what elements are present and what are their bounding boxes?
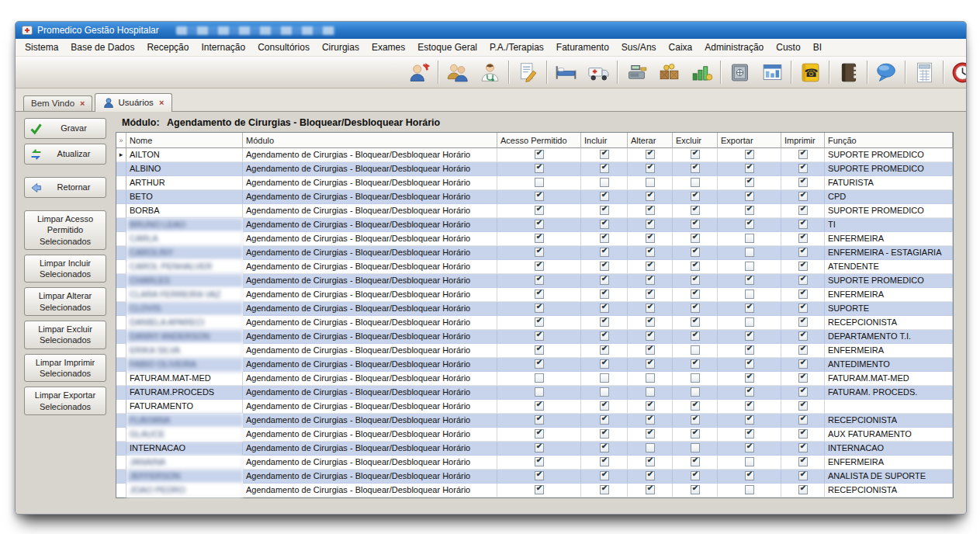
checkbox-incluir[interactable]	[600, 345, 609, 355]
table-row-flaviana[interactable]: FLAVIANAAgendamento de Cirurgias - Bloqu…	[116, 414, 953, 428]
checkbox-exportar[interactable]	[745, 276, 754, 285]
checkbox-acesso-permitido[interactable]	[535, 415, 544, 425]
atualizar-button[interactable]: Atualizar	[24, 144, 106, 165]
checkbox-incluir[interactable]	[600, 290, 609, 299]
checkbox-excluir[interactable]	[691, 429, 700, 439]
cell-nome[interactable]: CLOVIS	[126, 302, 243, 316]
checkbox-alterar[interactable]	[646, 317, 655, 327]
cell-nome[interactable]: FABIO OLIVEIRA	[126, 358, 243, 372]
row-selector[interactable]	[116, 176, 126, 190]
cell-modulo[interactable]: Agendamento de Cirurgias - Bloquear/Desb…	[243, 274, 497, 288]
checkbox-alterar[interactable]	[646, 359, 655, 369]
checkbox-imprimir[interactable]	[798, 262, 808, 271]
patient-register-button[interactable]	[403, 59, 435, 85]
gravar-button[interactable]: Gravar	[24, 118, 106, 139]
tab-close-icon[interactable]: ×	[159, 98, 164, 107]
row-selector[interactable]: ▸	[116, 148, 126, 162]
checkbox-incluir[interactable]	[600, 192, 609, 201]
row-selector[interactable]	[116, 274, 126, 288]
checkbox-alterar[interactable]	[646, 206, 655, 215]
row-selector[interactable]	[116, 316, 126, 330]
checkbox-acesso-permitido[interactable]	[535, 220, 544, 229]
cell-modulo[interactable]: Agendamento de Cirurgias - Bloquear/Desb…	[243, 148, 497, 162]
table-row-faturam-mat-med[interactable]: FATURAM.MAT-MEDAgendamento de Cirurgias …	[116, 372, 953, 386]
checkbox-incluir[interactable]	[600, 220, 609, 229]
checkbox-imprimir[interactable]	[798, 234, 808, 243]
checkbox-incluir[interactable]	[600, 262, 609, 271]
checkbox-exportar[interactable]	[745, 429, 754, 439]
column-header-imprimir[interactable]: Imprimir	[781, 133, 825, 148]
cell-modulo[interactable]: Agendamento de Cirurgias - Bloquear/Desb…	[243, 162, 497, 176]
checkbox-acesso-permitido[interactable]	[535, 485, 544, 494]
cell-funcao[interactable]: SUPORTE	[825, 302, 953, 316]
cell-funcao[interactable]: TI	[825, 218, 953, 232]
cell-funcao[interactable]: FATURAM.MAT-MED	[825, 372, 953, 386]
cell-nome[interactable]: BETO	[126, 190, 243, 204]
checkbox-acesso-permitido[interactable]	[535, 331, 544, 341]
cell-modulo[interactable]: Agendamento de Cirurgias - Bloquear/Desb…	[243, 470, 497, 484]
column-header-incluir[interactable]: Incluir	[581, 133, 628, 148]
checkbox-incluir[interactable]	[600, 401, 609, 411]
table-row-carol-penhalver[interactable]: CAROL PENHALVERAgendamento de Cirurgias …	[116, 260, 953, 274]
cell-nome[interactable]: GLAUCE	[126, 428, 243, 442]
table-row-internacao[interactable]: INTERNACAOAgendamento de Cirurgias - Blo…	[116, 442, 953, 456]
table-row-joao-pedro[interactable]: JOAO PEDROAgendamento de Cirurgias - Blo…	[116, 484, 953, 498]
cell-nome[interactable]: FLAVIANA	[126, 414, 243, 428]
table-row-caroliny[interactable]: CAROLINYAgendamento de Cirurgias - Bloqu…	[116, 246, 953, 260]
checkbox-exportar[interactable]	[745, 345, 754, 355]
cell-nome[interactable]: CAROLINY	[126, 246, 243, 260]
checkbox-exportar[interactable]	[745, 443, 754, 453]
checkbox-incluir[interactable]	[600, 443, 609, 453]
cell-funcao[interactable]: ENFERMEIRA	[825, 456, 953, 470]
cell-nome[interactable]: BRUNO LEAO	[126, 218, 243, 232]
checkbox-incluir[interactable]	[600, 457, 609, 466]
table-row-beto[interactable]: BETOAgendamento de Cirurgias - Bloquear/…	[116, 190, 953, 204]
checkbox-excluir[interactable]	[691, 387, 700, 397]
checkbox-excluir[interactable]	[691, 345, 700, 355]
table-row-arthur[interactable]: ARTHURAgendamento de Cirurgias - Bloquea…	[116, 176, 953, 190]
row-selector[interactable]	[116, 190, 126, 204]
cell-modulo[interactable]: Agendamento de Cirurgias - Bloquear/Desb…	[243, 204, 497, 218]
checkbox-incluir[interactable]	[600, 429, 609, 439]
checkbox-acesso-permitido[interactable]	[535, 373, 544, 383]
cell-nome[interactable]: DANIELA APARECI	[126, 316, 243, 330]
cell-nome[interactable]: JOAO PEDRO	[126, 484, 243, 498]
checkbox-alterar[interactable]	[646, 485, 655, 494]
checkbox-imprimir[interactable]	[798, 164, 808, 173]
cell-modulo[interactable]: Agendamento de Cirurgias - Bloquear/Desb…	[243, 358, 497, 372]
checkbox-incluir[interactable]	[600, 248, 609, 257]
checkbox-incluir[interactable]	[600, 276, 609, 285]
checkbox-exportar[interactable]	[745, 290, 754, 299]
checkbox-imprimir[interactable]	[798, 206, 808, 215]
checkbox-excluir[interactable]	[691, 359, 700, 369]
cell-modulo[interactable]: Agendamento de Cirurgias - Bloquear/Desb…	[243, 456, 497, 470]
doctor-button[interactable]	[473, 59, 506, 85]
table-row-faturamento[interactable]: FATURAMENTOAgendamento de Cirurgias - Bl…	[116, 400, 953, 414]
checkbox-incluir[interactable]	[600, 331, 609, 341]
menu-item-base-de-dados[interactable]: Base de Dados	[64, 40, 140, 54]
cell-modulo[interactable]: Agendamento de Cirurgias - Bloquear/Desb…	[243, 386, 497, 400]
table-row-clara-ferreira-vaz[interactable]: CLARA FERREIRA VAZAgendamento de Cirurgi…	[116, 288, 953, 302]
row-selector[interactable]	[116, 400, 126, 414]
table-row-erika-silva[interactable]: ERIKA SILVAAgendamento de Cirurgias - Bl…	[116, 344, 953, 358]
checkbox-imprimir[interactable]	[798, 471, 808, 480]
checkbox-acesso-permitido[interactable]	[535, 164, 544, 173]
cell-modulo[interactable]: Agendamento de Cirurgias - Bloquear/Desb…	[243, 484, 497, 498]
cell-funcao[interactable]: FATURAM. PROCEDS.	[825, 386, 953, 400]
menu-item-estoque-geral[interactable]: Estoque Geral	[411, 40, 483, 54]
cell-nome[interactable]: INTERNACAO	[126, 442, 243, 456]
checkbox-excluir[interactable]	[691, 248, 700, 257]
checkbox-acesso-permitido[interactable]	[535, 206, 544, 215]
menu-item-bi[interactable]: BI	[807, 40, 828, 54]
checkbox-alterar[interactable]	[646, 248, 655, 257]
checkbox-excluir[interactable]	[691, 290, 700, 299]
row-selector[interactable]	[116, 204, 126, 218]
cell-funcao[interactable]: RECEPCIONISTA	[825, 316, 953, 330]
checkbox-exportar[interactable]	[745, 485, 754, 494]
cell-modulo[interactable]: Agendamento de Cirurgias - Bloquear/Desb…	[243, 400, 497, 414]
hospital-bed-button[interactable]	[549, 59, 582, 85]
limpar-incluir-button[interactable]: Limpar Incluir Selecionados	[24, 255, 106, 283]
table-row-borba[interactable]: BORBAAgendamento de Cirurgias - Bloquear…	[116, 204, 953, 218]
limpar-exportar-button[interactable]: Limpar Exportar Selecionados	[24, 387, 106, 415]
checkbox-exportar[interactable]	[745, 262, 754, 271]
